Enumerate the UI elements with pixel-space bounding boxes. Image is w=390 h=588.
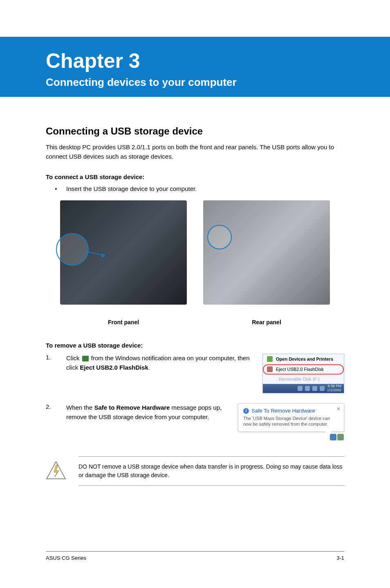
remove-heading: To remove a USB storage device:: [46, 342, 344, 349]
footer-left: ASUS CG Series: [46, 555, 86, 561]
step-1: 1. Click from the Windows notification a…: [46, 354, 344, 393]
warning-box: DO NOT remove a USB storage device when …: [46, 456, 344, 486]
taskbar-clock: 8:36 PM 1/1/2002: [327, 384, 341, 393]
front-usb-callout: [56, 233, 89, 266]
chapter-header: Chapter 3 Connecting devices to your com…: [0, 37, 390, 97]
callout-arrow-icon: [85, 247, 109, 264]
step-2-text: When the Safe to Remove Hardware message…: [66, 403, 230, 432]
tray-eject-label: Eject USB2.0 FlashDisk: [276, 367, 324, 372]
balloon-screenshot: ✕ i Safe To Remove Hardware The 'USB Mas…: [238, 403, 344, 432]
taskbar-icon-4[interactable]: [320, 386, 325, 391]
step-1-text: Click from the Windows notification area…: [66, 354, 254, 393]
page-footer: ASUS CG Series 3-1: [46, 551, 344, 561]
step-1-pre: Click: [66, 355, 81, 361]
rear-panel-label: Rear panel: [203, 309, 330, 325]
content-area: Connecting a USB storage device This des…: [0, 97, 390, 486]
corner-icon-1: [330, 434, 336, 440]
corner-icon-2: [337, 434, 344, 440]
rear-panel-image: [203, 200, 330, 305]
safe-remove-balloon: ✕ i Safe To Remove Hardware The 'USB Mas…: [238, 403, 344, 432]
balloon-title-row: i Safe To Remove Hardware: [243, 408, 339, 414]
rear-usb-callout: [207, 225, 232, 249]
devices-icon: [267, 356, 273, 362]
balloon-title-text: Safe To Remove Hardware: [251, 408, 315, 414]
tray-menu-screenshot: Open Devices and Printers Eject USB2.0 F…: [262, 354, 344, 393]
connect-bullet-text: Insert the USB storage device to your co…: [66, 185, 344, 192]
taskbar-icon-1[interactable]: [298, 386, 303, 391]
balloon-close-icon[interactable]: ✕: [336, 406, 341, 412]
warning-lightning-icon: [46, 461, 66, 481]
taskbar-icon-2[interactable]: [305, 386, 310, 391]
tray-open-label: Open Devices and Printers: [276, 357, 333, 361]
step-2-pre: When the: [66, 404, 94, 411]
tray-popup: Open Devices and Printers Eject USB2.0 F…: [262, 354, 344, 393]
chapter-number: Chapter 3: [46, 49, 365, 73]
connect-heading: To connect a USB storage device:: [46, 173, 344, 180]
step-2-number: 2.: [46, 403, 58, 432]
taskbar-icon-3[interactable]: [312, 386, 317, 391]
step-1-number: 1.: [46, 354, 58, 393]
balloon-taskbar-icons: [330, 434, 344, 440]
bullet-marker: •: [46, 185, 66, 192]
step-1-after: .: [148, 364, 150, 371]
chapter-subtitle: Connecting devices to your computer: [46, 76, 365, 89]
connect-bullet-row: • Insert the USB storage device to your …: [46, 185, 344, 192]
info-icon: i: [243, 408, 249, 414]
footer-right: 3-1: [336, 555, 344, 561]
balloon-body-text: The 'USB Mass Storage Device' device can…: [243, 415, 339, 427]
pc-images-row: [46, 200, 344, 305]
page: Chapter 3 Connecting devices to your com…: [0, 37, 390, 577]
tray-open-devices[interactable]: Open Devices and Printers: [263, 354, 344, 364]
tray-removable-disk: - Removable Disk (F:): [263, 375, 344, 384]
eject-icon: [267, 366, 273, 372]
taskbar-date: 1/1/2002: [327, 388, 341, 393]
tray-removable-label: - Removable Disk (F:): [276, 377, 320, 382]
intro-paragraph: This desktop PC provides USB 2.0/1.1 por…: [46, 143, 344, 161]
tray-eject-item[interactable]: Eject USB2.0 FlashDisk: [263, 364, 344, 375]
step-1-bold: Eject USB2.0 FlashDisk: [80, 364, 148, 371]
panel-labels-row: Front panel Rear panel: [46, 309, 344, 325]
step-2-bold: Safe to Remove Hardware: [94, 404, 170, 411]
taskbar: 8:36 PM 1/1/2002: [263, 384, 344, 393]
section-title: Connecting a USB storage device: [46, 126, 344, 137]
svg-marker-1: [102, 253, 105, 258]
svg-marker-3: [54, 465, 59, 477]
warning-text: DO NOT remove a USB storage device when …: [78, 456, 344, 486]
safely-remove-tray-icon: [82, 356, 89, 361]
step-2: 2. When the Safe to Remove Hardware mess…: [46, 403, 344, 432]
front-panel-image: [60, 200, 187, 305]
front-panel-label: Front panel: [60, 309, 187, 325]
